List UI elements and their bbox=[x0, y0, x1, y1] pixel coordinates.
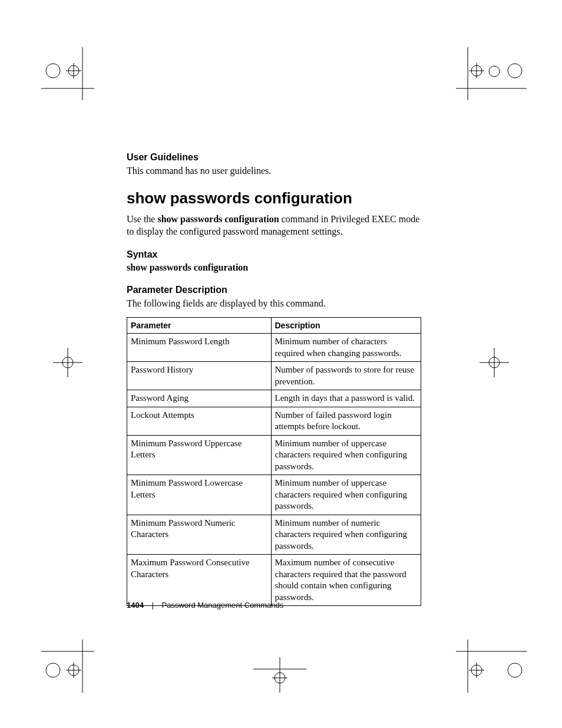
table-row: Minimum Password Uppercase LettersMinimu… bbox=[127, 435, 421, 475]
user-guidelines-body: This command has no user guidelines. bbox=[127, 165, 421, 177]
registration-mark-icon bbox=[253, 657, 306, 693]
crop-mark-icon bbox=[456, 47, 527, 100]
table-row: Minimum Password Numeric CharactersMinim… bbox=[127, 515, 421, 555]
table-row: Minimum Password LengthMinimum number of… bbox=[127, 334, 421, 362]
heading-parameter-description: Parameter Description bbox=[127, 285, 421, 295]
heading-user-guidelines: User Guidelines bbox=[127, 152, 421, 163]
intro-text: Use the bbox=[127, 214, 157, 224]
svg-point-34 bbox=[508, 663, 522, 677]
svg-point-12 bbox=[489, 66, 500, 77]
table-cell-parameter: Password History bbox=[127, 362, 272, 390]
table-cell-parameter: Minimum Password Numeric Characters bbox=[127, 515, 272, 555]
table-cell-description: Minimum number of numeric characters req… bbox=[271, 515, 421, 555]
table-cell-description: Minimum number of characters required wh… bbox=[271, 334, 421, 362]
page-footer: 1404 | Password Management Commands bbox=[127, 601, 283, 610]
svg-point-27 bbox=[275, 673, 285, 683]
command-intro: Use the show passwords configuration com… bbox=[127, 213, 421, 238]
footer-separator-icon: | bbox=[152, 601, 154, 610]
table-cell-parameter: Password Aging bbox=[127, 390, 272, 407]
page-number: 1404 bbox=[127, 601, 144, 610]
table-row: Password AgingLength in days that a pass… bbox=[127, 390, 421, 407]
svg-point-15 bbox=[62, 357, 73, 368]
table-cell-parameter: Minimum Password Length bbox=[127, 334, 272, 362]
table-cell-description: Number of passwords to store for reuse p… bbox=[271, 362, 421, 390]
footer-section-title: Password Management Commands bbox=[162, 601, 284, 610]
table-cell-description: Minimum number of uppercase characters r… bbox=[271, 435, 421, 475]
parameters-table: Parameter Description Minimum Password L… bbox=[127, 317, 421, 606]
page-content: User Guidelines This command has no user… bbox=[127, 152, 421, 606]
svg-point-22 bbox=[68, 665, 79, 676]
svg-point-3 bbox=[68, 65, 79, 76]
registration-mark-icon bbox=[480, 348, 509, 377]
table-row: Maximum Password Consecutive CharactersM… bbox=[127, 555, 421, 606]
table-cell-description: Maximum number of consecutive characters… bbox=[271, 555, 421, 606]
registration-mark-icon bbox=[53, 348, 82, 377]
table-header-description: Description bbox=[271, 318, 421, 334]
crop-mark-icon bbox=[41, 47, 94, 100]
table-row: Password HistoryNumber of passwords to s… bbox=[127, 362, 421, 390]
document-page: User Guidelines This command has no user… bbox=[0, 0, 562, 728]
table-cell-description: Number of failed password login attempts… bbox=[271, 407, 421, 435]
intro-command-name: show passwords configuration bbox=[157, 214, 279, 224]
svg-point-31 bbox=[471, 665, 482, 676]
table-cell-parameter: Minimum Password Lowercase Letters bbox=[127, 475, 272, 515]
svg-point-18 bbox=[489, 357, 500, 368]
command-title: show passwords configuration bbox=[127, 189, 421, 207]
table-row: Lockout AttemptsNumber of failed passwor… bbox=[127, 407, 421, 435]
svg-point-8 bbox=[471, 65, 482, 76]
parameter-description-body: The following fields are displayed by th… bbox=[127, 298, 421, 310]
table-row: Minimum Password Lowercase LettersMinimu… bbox=[127, 475, 421, 515]
table-cell-description: Minimum number of uppercase characters r… bbox=[271, 475, 421, 515]
table-cell-description: Length in days that a password is valid. bbox=[271, 390, 421, 407]
table-cell-parameter: Maximum Password Consecutive Characters bbox=[127, 555, 272, 606]
syntax-line: show passwords configuration bbox=[127, 262, 421, 273]
svg-point-21 bbox=[46, 663, 60, 677]
heading-syntax: Syntax bbox=[127, 249, 421, 260]
crop-mark-icon bbox=[456, 640, 527, 693]
table-cell-parameter: Lockout Attempts bbox=[127, 407, 272, 435]
table-header-parameter: Parameter bbox=[127, 318, 272, 334]
svg-point-11 bbox=[508, 64, 522, 78]
table-cell-parameter: Minimum Password Uppercase Letters bbox=[127, 435, 272, 475]
svg-point-2 bbox=[46, 64, 60, 78]
crop-mark-icon bbox=[41, 640, 94, 693]
table-header-row: Parameter Description bbox=[127, 318, 421, 334]
